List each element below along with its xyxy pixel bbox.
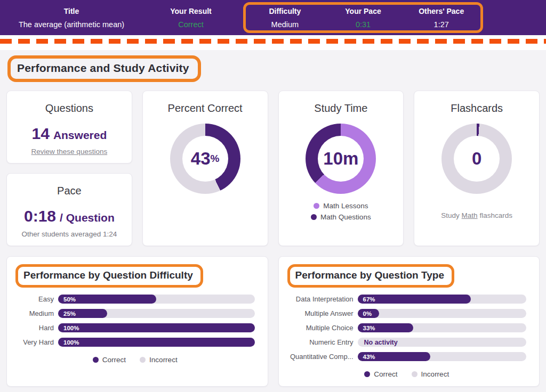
question-title: The average (arithmetic mean): [0, 20, 143, 29]
bar-category-label: Multiple Choice: [287, 324, 354, 332]
type-bars: Data Interpretation67%Multiple Answer0%M…: [287, 295, 527, 361]
header-col-title: Title The average (arithmetic mean): [0, 0, 143, 35]
legend-item: Math Lessons: [279, 202, 404, 210]
bar-percent-label: 33%: [358, 325, 375, 331]
bar-track: 100%: [58, 323, 255, 332]
your-pace-column-header: Your Pace: [324, 7, 403, 15]
bar-track: 43%: [358, 352, 527, 361]
bar-track: No activity: [358, 338, 527, 347]
pace-value-line: 0:18/ Question: [7, 207, 132, 225]
bar-fill: 43%: [358, 352, 430, 361]
bar-row: Multiple Answer0%: [287, 309, 527, 318]
percent-correct-card: Percent Correct 43%: [142, 91, 268, 246]
bar-fill: 50%: [58, 295, 156, 304]
questions-count: 14: [32, 125, 50, 142]
bar-row: Numeric EntryNo activity: [287, 338, 527, 347]
questions-card: Questions 14Answered Review these questi…: [6, 91, 132, 164]
study-time-legend: Math LessonsMath Questions: [279, 202, 404, 221]
annotation-highlight-type-title: Performance by Question Type: [287, 264, 454, 288]
legend-label: Incorrect: [421, 370, 449, 378]
header-col-difficulty: Difficulty Medium: [246, 5, 324, 30]
flashcards-note-suffix: flashcards: [478, 211, 512, 219]
your-result-column-header: Your Result: [143, 7, 239, 15]
performance-by-difficulty-card: Performance by Question Difficulty Easy5…: [6, 256, 268, 387]
legend-dot-icon: [314, 203, 319, 209]
bar-fill: 33%: [358, 323, 413, 332]
bar-percent-label: 50%: [58, 296, 76, 303]
pace-value: 0:18: [24, 207, 56, 225]
flashcards-note: Study Math flashcards: [414, 211, 539, 219]
bar-row: Quantitative Comp...43%: [287, 352, 527, 361]
percent-correct-value: 43: [191, 149, 211, 169]
legend-item: Correct: [364, 370, 397, 378]
study-time-donut-center: 10m: [318, 136, 364, 182]
legend-label: Correct: [102, 356, 126, 364]
bar-category-label: Quantitative Comp...: [287, 353, 354, 361]
study-time-total: 10m: [323, 149, 358, 169]
legend-label: Incorrect: [149, 356, 178, 364]
type-chart-title: Performance by Question Type: [295, 270, 444, 281]
bar-track: 100%: [58, 338, 255, 347]
bar-category-label: Medium: [15, 309, 54, 317]
bar-percent-label: 100%: [58, 325, 79, 331]
bar-row: Medium25%: [15, 309, 255, 318]
bar-fill: 100%: [58, 338, 255, 347]
bar-category-label: Numeric Entry: [287, 338, 354, 346]
bar-track: 25%: [58, 309, 255, 318]
flashcards-card: Flashcards 0 Study Math flashcards: [414, 91, 540, 246]
title-column-header: Title: [0, 7, 143, 15]
pace-suffix: / Question: [60, 211, 115, 224]
type-chart-legend: CorrectIncorrect: [287, 370, 527, 378]
difficulty-chart-legend: CorrectIncorrect: [15, 356, 255, 364]
section-title: Performance and Study Activity: [17, 62, 189, 75]
divider-strip: [0, 35, 546, 50]
dashed-divider-line: [0, 39, 546, 44]
bar-fill: 100%: [58, 323, 255, 332]
bar-no-activity-label: No activity: [364, 339, 398, 346]
legend-dot-icon: [412, 371, 417, 377]
legend-label: Math Questions: [320, 213, 371, 221]
flashcards-title: Flashcards: [414, 102, 539, 115]
percent-correct-unit: %: [211, 153, 220, 165]
header-col-your-pace: Your Pace 0:31: [324, 5, 403, 30]
bar-row: Easy50%: [15, 295, 255, 304]
bar-category-label: Very Hard: [15, 338, 54, 346]
study-math-flashcards-link[interactable]: Math: [462, 211, 478, 219]
annotation-highlight-difficulty-title: Performance by Question Difficulty: [15, 264, 203, 288]
study-results-dashboard: Title The average (arithmetic mean) Your…: [0, 0, 546, 392]
bar-fill: 67%: [358, 295, 471, 304]
bar-percent-label: 0%: [358, 311, 372, 317]
difficulty-chart-title: Performance by Question Difficulty: [23, 270, 193, 281]
header-spacer: [483, 0, 546, 35]
legend-label: Math Lessons: [323, 202, 368, 210]
bar-row: Multiple Choice33%: [287, 323, 527, 332]
legend-item: Incorrect: [140, 356, 178, 364]
bar-fill: 25%: [58, 309, 107, 318]
flashcards-count: 0: [472, 149, 481, 169]
your-result-value: Correct: [143, 20, 239, 29]
bar-track: 33%: [358, 323, 527, 332]
bar-percent-label: 25%: [58, 311, 76, 317]
study-time-donut-chart: 10m: [306, 124, 376, 194]
legend-item: Correct: [93, 356, 126, 364]
questions-count-suffix: Answered: [53, 129, 107, 141]
header-col-your-result: Your Result Correct: [143, 0, 239, 35]
review-questions-link[interactable]: Review these questions: [31, 148, 108, 156]
legend-dot-icon: [93, 357, 99, 363]
annotation-highlight-section-title: Performance and Study Activity: [7, 55, 201, 82]
bar-percent-label: 100%: [58, 339, 79, 346]
legend-item: Incorrect: [412, 370, 449, 378]
study-time-title: Study Time: [279, 102, 404, 115]
bar-percent-label: 67%: [358, 296, 375, 303]
bar-track: 50%: [58, 295, 255, 304]
pace-others-note: Other students averaged 1:24: [7, 230, 132, 238]
bar-percent-label: 43%: [358, 354, 375, 360]
bar-category-label: Easy: [15, 295, 54, 303]
bar-category-label: Data Interpretation: [287, 295, 354, 303]
bar-track: 67%: [358, 295, 527, 304]
flashcards-donut-chart: 0: [441, 124, 512, 194]
pace-card-title: Pace: [7, 185, 132, 197]
percent-correct-donut-center: 43%: [182, 136, 228, 182]
legend-dot-icon: [364, 371, 370, 377]
difficulty-column-header: Difficulty: [246, 7, 324, 15]
